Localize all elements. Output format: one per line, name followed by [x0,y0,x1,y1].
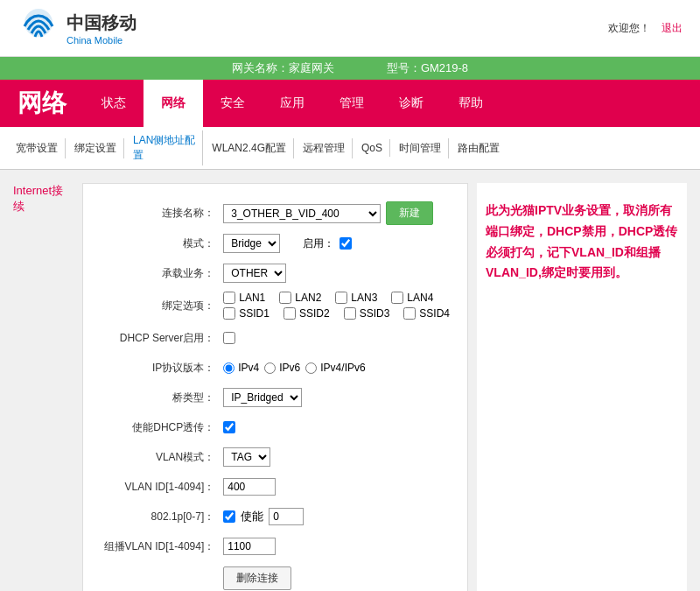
vlan-mode-row: VLAN模式： TAG [101,446,450,468]
note-box: 此为光猫IPTV业务设置，取消所有端口绑定，DHCP禁用，DHCP透传必须打勾，… [477,183,687,591]
sub-nav-broadband[interactable]: 宽带设置 [9,138,66,158]
main-content: 连接名称： 3_OTHER_B_VID_400 新建 模式： Bridge 启用… [82,183,687,591]
ipv6-radio[interactable] [264,362,276,374]
sub-nav-time[interactable]: 时间管理 [392,138,449,158]
bind-lan2: LAN2 [279,292,321,304]
vlan-id-control [223,478,276,496]
bind-ssid1-checkbox[interactable] [223,307,235,320]
internet-link[interactable]: Internet接续 [13,184,63,213]
form-area: 连接名称： 3_OTHER_B_VID_400 新建 模式： Bridge 启用… [82,183,468,591]
bind-label: 绑定选项： [101,299,223,313]
bind-control: LAN1 LAN2 LAN3 LAN4 SSID1 SSID2 SSID3 SS… [223,292,450,320]
vlan-id-row: VLAN ID[1-4094]： [101,475,450,498]
content-area: Internet接续 连接名称： 3_OTHER_B_VID_400 新建 模式… [0,170,700,591]
vlan-mode-select[interactable]: TAG [223,447,270,467]
service-select[interactable]: OTHER [223,264,286,283]
header-right: 欢迎您！ 退出 [608,21,682,36]
ipv4v6-option: IPv4/IPv6 [305,362,365,374]
delete-row: 删除连接 [101,566,450,590]
nav-item-manage[interactable]: 管理 [322,80,382,127]
main-nav: 网络 状态 网络 安全 应用 管理 诊断 帮助 [0,80,700,127]
note-text: 此为光猫IPTV业务设置，取消所有端口绑定，DHCP禁用，DHCP透传必须打勾，… [486,201,678,284]
nav-item-apps[interactable]: 应用 [262,80,322,127]
bind-ssid4-checkbox[interactable] [403,307,416,320]
dhcp-server-label: DHCP Server启用： [101,331,223,346]
bind-lan3: LAN3 [335,292,377,304]
bind-row: 绑定选项： LAN1 LAN2 LAN3 LAN4 SSID1 SSID2 SS… [101,292,450,320]
network-bar: 网关名称：家庭网关 型号：GM219-8 [0,57,700,80]
new-button[interactable]: 新建 [386,201,433,225]
sub-nav-route[interactable]: 路由配置 [451,138,507,158]
mode-row: 模式： Bridge 启用： [101,232,450,255]
ipv4-radio[interactable] [223,362,234,374]
ipv4v6-radio[interactable] [305,362,317,374]
service-control: OTHER [223,264,286,283]
sidebar: Internet接续 [13,183,69,591]
vlan-id-input[interactable] [223,478,276,496]
bind-lan4: LAN4 [391,292,433,304]
vlan-id-label: VLAN ID[1-4094]： [101,480,223,495]
sub-nav-wlan[interactable]: WLAN2.4G配置 [205,138,294,158]
connection-name-control: 3_OTHER_B_VID_400 新建 [223,201,433,225]
ipv6-option: IPv6 [264,362,300,374]
dot1p-control: 使能 [223,508,304,525]
nav-item-diagnose[interactable]: 诊断 [382,80,441,127]
bind-lan4-checkbox[interactable] [391,292,403,304]
logo-cn-text: 中国移动 [66,11,136,35]
dot1p-enable-text: 使能 [241,509,263,524]
mode-control: Bridge 启用： [223,234,352,253]
connection-name-select[interactable]: 3_OTHER_B_VID_400 [223,204,381,223]
dot1p-input[interactable] [269,508,304,525]
bind-ssid3: SSID3 [344,307,390,320]
mcast-vlan-row: 组播VLAN ID[1-4094]： [101,535,450,558]
bind-ssid2-checkbox[interactable] [284,307,296,320]
bridge-type-control: IP_Bridged [223,388,302,407]
dhcp-server-control [223,332,235,344]
bind-lan1: LAN1 [223,292,265,304]
bind-lan2-checkbox[interactable] [279,292,291,304]
mcast-vlan-control [223,538,276,555]
enable-label: 启用： [303,236,334,251]
bind-ssid3-checkbox[interactable] [344,307,356,320]
dhcp-server-checkbox[interactable] [223,332,235,344]
sub-nav-lan-addr[interactable]: LAN侧地址配置 [126,130,203,165]
logo-text: 中国移动 China Mobile [66,11,136,46]
network-name: 网关名称：家庭网关 [232,60,334,76]
mcast-vlan-label: 组播VLAN ID[1-4094]： [101,539,223,554]
nav-item-help[interactable]: 帮助 [441,80,500,127]
china-mobile-logo-icon [18,7,60,49]
bind-ssid1: SSID1 [223,307,270,320]
dot1p-row: 802.1p[0-7]： 使能 [101,505,450,528]
sub-nav: 宽带设置 绑定设置 LAN侧地址配置 WLAN2.4G配置 远程管理 QoS 时… [0,127,700,170]
logo-area: 中国移动 China Mobile [18,7,136,49]
delete-button[interactable]: 删除连接 [223,566,291,590]
bridge-type-select[interactable]: IP_Bridged [223,388,302,407]
welcome-text: 欢迎您！ [608,22,650,34]
bind-lan1-checkbox[interactable] [223,292,235,304]
dhcp-relay-checkbox[interactable] [223,421,235,433]
nav-item-security[interactable]: 安全 [203,80,262,127]
dhcp-relay-row: 使能DHCP透传： [101,416,450,439]
ip-version-row: IP协议版本： IPv4 IPv6 IPv4/IPv6 [101,356,450,379]
sub-nav-qos[interactable]: QoS [354,139,390,157]
nav-items: 状态 网络 安全 应用 管理 诊断 帮助 [84,80,500,127]
service-label: 承载业务： [101,266,223,281]
nav-item-network[interactable]: 网络 [144,80,203,127]
mcast-vlan-input[interactable] [223,538,276,555]
sub-nav-remote[interactable]: 远程管理 [296,138,353,158]
bind-ssid4: SSID4 [403,307,450,320]
bridge-type-label: 桥类型： [101,390,223,405]
bind-ssid2: SSID2 [284,307,330,320]
dot1p-enable-checkbox[interactable] [223,510,235,523]
sub-nav-binding[interactable]: 绑定设置 [67,138,124,158]
mode-label: 模式： [101,236,223,251]
connection-name-row: 连接名称： 3_OTHER_B_VID_400 新建 [101,201,450,225]
mode-select[interactable]: Bridge [223,234,280,253]
service-row: 承载业务： OTHER [101,262,450,285]
logout-link[interactable]: 退出 [662,22,682,34]
connection-name-label: 连接名称： [101,206,223,221]
enable-checkbox[interactable] [340,237,352,250]
bind-lan3-checkbox[interactable] [335,292,347,304]
nav-item-status[interactable]: 状态 [84,80,144,127]
ip-version-label: IP协议版本： [101,361,223,376]
